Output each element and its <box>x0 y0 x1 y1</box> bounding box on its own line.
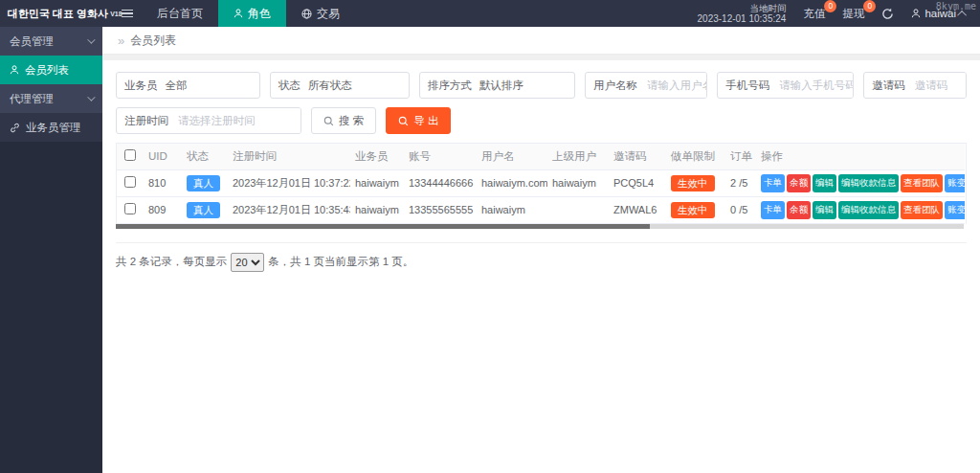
username-cell: haiwaiym.com <box>477 169 547 196</box>
action-balance-button[interactable]: 余额 <box>787 174 811 192</box>
pagination-footer: 共 2 条记录，每页显示 20 条，共 1 页当前显示第 1 页。 <box>116 242 967 272</box>
recharge-button[interactable]: 充值 0 <box>803 7 825 21</box>
invite-code-input[interactable] <box>913 73 967 98</box>
parent-user-cell <box>547 196 609 223</box>
orders-cell: 2 /5 <box>725 169 756 196</box>
action-card-order-button[interactable]: 卡单 <box>761 174 785 192</box>
phone-filter: 手机号码 <box>717 72 854 99</box>
salesman-select[interactable]: 业务员 全部 <box>116 72 260 99</box>
salesman-cell: haiwaiym <box>350 196 404 223</box>
column-header: 业务员 <box>350 144 404 169</box>
row-select-cell <box>117 196 144 223</box>
app-logo: 대한민국 대표 영화사V18 <box>0 0 113 27</box>
status-select-value: 所有状态 <box>308 79 410 93</box>
username-filter: 用户名称 <box>585 72 707 99</box>
row-checkbox[interactable] <box>124 176 136 188</box>
main-content: » 会员列表 业务员 全部 状态 所有状态 排序方式 默认排序 用户名称 <box>102 27 980 473</box>
actions-cell: 卡单余额编辑编辑收款信息查看团队账变禁用删除设为假人 <box>756 196 965 223</box>
sidebar-item-salesman-manage[interactable]: 业务员管理 <box>0 113 102 142</box>
action-balance-button[interactable]: 余额 <box>787 201 811 219</box>
user-icon <box>911 9 921 18</box>
action-view-team-button[interactable]: 查看团队 <box>901 201 943 219</box>
salesman-select-label: 业务员 <box>117 79 166 93</box>
row-checkbox[interactable] <box>124 203 136 214</box>
nav-role-label: 角色 <box>248 6 271 22</box>
status-select[interactable]: 状态 所有状态 <box>270 72 410 99</box>
phone-input[interactable] <box>777 73 854 98</box>
sort-select[interactable]: 排序方式 默认排序 <box>419 72 575 99</box>
link-icon <box>10 123 20 133</box>
username-cell: haiwaiym <box>477 196 547 223</box>
sidebar-item-member-list[interactable]: 会员列表 <box>0 56 102 84</box>
action-edit-payment-info-button[interactable]: 编辑收款信息 <box>838 174 899 192</box>
sidebar-toggle-icon[interactable] <box>113 0 142 27</box>
account-cell: 13344446666 <box>404 169 477 196</box>
salesman-select-value: 全部 <box>166 79 260 93</box>
column-header: 用户名 <box>477 144 547 169</box>
watermark: 8kym.me <box>936 1 976 11</box>
reg-time-input[interactable] <box>176 108 301 133</box>
recharge-count-badge: 0 <box>824 0 836 12</box>
column-header: 状态 <box>182 144 228 169</box>
action-edit-payment-info-button[interactable]: 编辑收款信息 <box>838 201 899 219</box>
table-row: 810 真人 2023年12月01日 10:37:22 haiwaiym 133… <box>117 169 965 196</box>
status-select-label: 状态 <box>271 79 308 93</box>
account-cell: 13355565555 <box>404 196 477 223</box>
username-input[interactable] <box>645 73 707 98</box>
invite-code-filter-label: 邀请码 <box>864 79 913 93</box>
select-all-checkbox[interactable] <box>124 149 136 161</box>
action-card-order-button[interactable]: 卡单 <box>761 201 785 219</box>
table-body: 810 真人 2023年12月01日 10:37:22 haiwaiym 133… <box>117 169 965 223</box>
nav-item-role[interactable]: 角色 <box>218 0 286 27</box>
reg-time-filter-label: 注册时间 <box>117 114 176 128</box>
column-header: UID <box>144 144 182 169</box>
chevron-down-icon <box>87 93 95 101</box>
refresh-icon[interactable] <box>881 8 894 20</box>
app-logo-text: 대한민국 대표 영화사 <box>8 7 108 21</box>
select-all-header <box>117 144 144 169</box>
action-balance-change-button[interactable]: 账变 <box>945 174 965 192</box>
status-cell: 真人 <box>182 196 228 223</box>
column-header: 注册时间 <box>228 144 350 169</box>
withdraw-label: 提现 <box>842 8 864 19</box>
salesman-cell: haiwaiym <box>350 169 404 196</box>
nav-item-trade[interactable]: 交易 <box>286 0 355 27</box>
phone-filter-label: 手机号码 <box>718 79 777 93</box>
orders-cell: 0 /5 <box>725 196 756 223</box>
person-icon <box>234 9 243 18</box>
action-view-team-button[interactable]: 查看团队 <box>901 174 943 192</box>
nav-item-home[interactable]: 后台首页 <box>142 0 218 27</box>
records-summary-prefix: 共 2 条记录，每页显示 <box>116 255 227 269</box>
search-button[interactable]: 搜 索 <box>311 107 376 134</box>
action-edit-button[interactable]: 编辑 <box>813 201 836 219</box>
search-button-label: 搜 索 <box>339 114 364 128</box>
table-row: 809 真人 2023年12月01日 10:35:43 haiwaiym 133… <box>117 196 965 223</box>
topbar: 대한민국 대표 영화사V18 后台首页 角色 交易 当地时间 2023-12-0… <box>0 0 980 27</box>
local-time-label: 当地时间 <box>698 3 787 13</box>
filter-row-1: 业务员 全部 状态 所有状态 排序方式 默认排序 用户名称 手机号码 <box>116 72 967 99</box>
breadcrumb: » 会员列表 <box>102 27 980 55</box>
parent-user-cell: haiwaiym <box>547 169 609 196</box>
uid-cell: 809 <box>144 196 182 223</box>
members-table: UID状态注册时间业务员账号用户名上级用户邀请码做单限制订单操作 810 真人 … <box>117 144 965 224</box>
page-size-select[interactable]: 20 <box>231 253 264 272</box>
uid-cell: 810 <box>144 169 182 196</box>
row-select-cell <box>117 169 144 196</box>
search-icon <box>398 116 409 126</box>
action-edit-button[interactable]: 编辑 <box>813 174 836 192</box>
records-summary-suffix: 条，共 1 页当前显示第 1 页。 <box>268 255 413 269</box>
column-header: 账号 <box>404 144 477 169</box>
sidebar-item-member-manage[interactable]: 会员管理 <box>0 27 102 56</box>
nav-home-label: 后台首页 <box>157 6 203 22</box>
export-button[interactable]: 导 出 <box>386 107 451 134</box>
limit-cell: 生效中 <box>666 169 725 196</box>
filter-row-2: 注册时间 搜 索 导 出 <box>116 107 967 134</box>
column-header: 邀请码 <box>609 144 666 169</box>
withdraw-button[interactable]: 提现 0 <box>842 7 864 21</box>
horizontal-scrollbar[interactable] <box>116 224 964 229</box>
sort-select-label: 排序方式 <box>420 79 479 93</box>
local-time: 当地时间 2023-12-01 10:35:24 <box>698 3 787 24</box>
scrollbar-thumb[interactable] <box>116 224 650 229</box>
sidebar-item-agent-manage[interactable]: 代理管理 <box>0 84 102 113</box>
action-balance-change-button[interactable]: 账变 <box>945 201 965 219</box>
